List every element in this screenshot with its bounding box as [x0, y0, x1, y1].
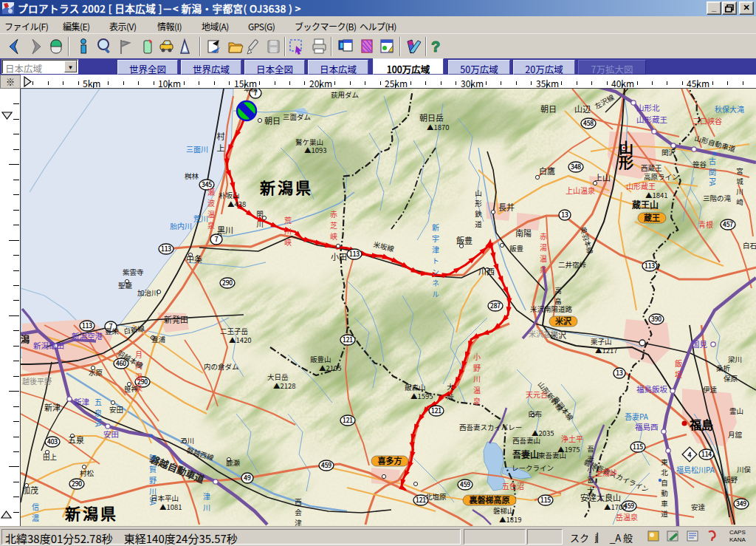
svg-text:本線: 本線 — [244, 89, 258, 94]
svg-text:胎内川: 胎内川 — [170, 220, 192, 231]
svg-text:飯野: 飯野 — [724, 474, 738, 485]
svg-text:458: 458 — [583, 118, 594, 127]
svg-text:▲2105: ▲2105 — [319, 363, 342, 373]
svg-text:二井宿峠: 二井宿峠 — [558, 259, 587, 270]
svg-text:蔵王: 蔵王 — [644, 211, 660, 223]
svg-text:▲1700: ▲1700 — [604, 502, 627, 512]
svg-text:朝日: 朝日 — [540, 103, 557, 115]
svg-text:113: 113 — [349, 249, 360, 258]
svg-text:村上: 村上 — [215, 130, 227, 154]
svg-text:北塩原: 北塩原 — [425, 491, 447, 502]
svg-text:福島松川PA: 福島松川PA — [676, 464, 715, 475]
svg-text:加治川: 加治川 — [137, 287, 159, 298]
svg-text:荒川峡: 荒川峡 — [283, 214, 294, 248]
svg-text:関川: 関川 — [255, 208, 265, 229]
svg-text:紫雲寺: 紫雲寺 — [123, 267, 144, 277]
svg-text:新潟亀田: 新潟亀田 — [33, 340, 64, 351]
svg-text:米沢盆地: 米沢盆地 — [529, 328, 558, 339]
svg-text:水原: 水原 — [89, 367, 103, 378]
svg-text:13: 13 — [616, 368, 623, 377]
svg-text:浄土平: 浄土平 — [561, 433, 583, 444]
svg-text:西吾妻スカイバレー: 西吾妻スカイバレー — [459, 422, 522, 432]
svg-text:土湯峠: 土湯峠 — [595, 467, 617, 478]
svg-text:川西: 川西 — [478, 265, 495, 277]
svg-text:121: 121 — [431, 406, 441, 414]
svg-text:新潟県: 新潟県 — [64, 502, 118, 524]
svg-text:290: 290 — [222, 278, 233, 287]
svg-text:?: ? — [431, 37, 440, 56]
svg-text:白鷹: 白鷹 — [539, 165, 555, 177]
svg-text:新宇津トンネル: 新宇津トンネル — [430, 222, 441, 299]
svg-text:東吾妻山: 東吾妻山 — [538, 450, 566, 460]
svg-text:宮城川崎: 宮城川崎 — [735, 165, 745, 207]
svg-text:仙山線: 仙山線 — [691, 89, 712, 89]
svg-text:保原: 保原 — [724, 373, 738, 383]
svg-text:黒川: 黒川 — [217, 224, 233, 236]
svg-text:秋保大滝: 秋保大滝 — [715, 103, 744, 115]
svg-text:瀬波温泉: 瀬波温泉 — [206, 186, 217, 231]
svg-text:459: 459 — [459, 480, 470, 488]
svg-text:▲1093: ▲1093 — [304, 145, 327, 155]
svg-text:新発田: 新発田 — [164, 313, 188, 325]
svg-text:山辺: 山辺 — [574, 103, 591, 115]
svg-text:小田: 小田 — [331, 250, 347, 262]
svg-text:390: 390 — [651, 314, 662, 323]
svg-text:上山: 上山 — [594, 171, 611, 183]
svg-text:桑折: 桑折 — [716, 363, 731, 373]
svg-text:121: 121 — [343, 415, 353, 424]
svg-text:吾妻山: 吾妻山 — [512, 448, 539, 460]
svg-text:霊山: 霊山 — [729, 406, 743, 416]
svg-text:小野川温泉: 小野川温泉 — [472, 351, 483, 406]
svg-text:笹谷: 笹谷 — [693, 159, 707, 169]
svg-text:吾妻PA: 吾妻PA — [625, 411, 649, 422]
svg-text:山形蔵王: 山形蔵王 — [636, 114, 667, 125]
svg-text:南陽: 南陽 — [515, 227, 532, 239]
svg-text:安田: 安田 — [109, 404, 123, 414]
svg-text:蔵王山: 蔵王山 — [632, 198, 659, 211]
svg-text:13: 13 — [561, 210, 568, 219]
svg-text:新津: 新津 — [44, 401, 61, 413]
svg-text:白石: 白石 — [743, 240, 756, 250]
svg-text:西会津: 西会津 — [293, 496, 303, 526]
svg-text:▲2035: ▲2035 — [532, 428, 554, 438]
svg-text:レークライン: レークライン — [512, 463, 554, 473]
svg-text:白布: 白布 — [528, 409, 542, 419]
svg-text:五泉: 五泉 — [68, 434, 84, 446]
svg-text:287: 287 — [490, 301, 501, 310]
svg-text:49: 49 — [243, 473, 251, 482]
svg-text:福島: 福島 — [689, 415, 713, 433]
svg-text:山形鉄道: 山形鉄道 — [473, 188, 484, 229]
svg-text:新津: 新津 — [74, 396, 89, 407]
svg-text:赤湯温泉: 赤湯温泉 — [538, 231, 549, 275]
svg-text:村松: 村松 — [80, 468, 94, 478]
svg-text:朝日: 朝日 — [264, 115, 281, 126]
svg-text:459: 459 — [320, 460, 331, 469]
svg-text:信濃川: 信濃川 — [30, 501, 41, 526]
svg-text:113: 113 — [82, 321, 92, 330]
svg-text:豊浦: 豊浦 — [151, 334, 166, 344]
svg-text:▲1870: ▲1870 — [427, 122, 450, 132]
svg-text:聖籠: 聖籠 — [118, 280, 133, 290]
svg-text:潟: 潟 — [21, 332, 30, 345]
svg-text:東北自動車道: 東北自動車道 — [659, 457, 670, 519]
svg-text:喜多方: 喜多方 — [378, 454, 402, 466]
svg-text:国見: 国見 — [692, 338, 707, 349]
svg-text:▲1819: ▲1819 — [499, 514, 522, 525]
svg-text:114: 114 — [701, 449, 712, 458]
svg-text:福島飯坂: 福島飯坂 — [636, 383, 667, 395]
svg-text:4: 4 — [687, 450, 692, 460]
svg-text:関沢: 関沢 — [662, 147, 676, 157]
svg-text:新潟空港: 新潟空港 — [72, 330, 103, 341]
svg-text:加茂: 加茂 — [22, 484, 38, 496]
svg-text:長井: 長井 — [498, 201, 515, 213]
svg-text:荻用ダム: 荻用ダム — [331, 89, 359, 100]
svg-text:米沢: 米沢 — [554, 315, 572, 327]
svg-text:113: 113 — [645, 261, 655, 270]
svg-text:中条: 中条 — [186, 253, 202, 265]
svg-text:岳温泉: 岳温泉 — [616, 511, 638, 522]
svg-text:月舘: 月舘 — [728, 429, 743, 440]
svg-text:田上: 田上 — [43, 451, 58, 462]
svg-text:348: 348 — [571, 162, 581, 171]
svg-text:三川: 三川 — [180, 435, 194, 446]
svg-text:飯坂: 飯坂 — [673, 358, 684, 380]
